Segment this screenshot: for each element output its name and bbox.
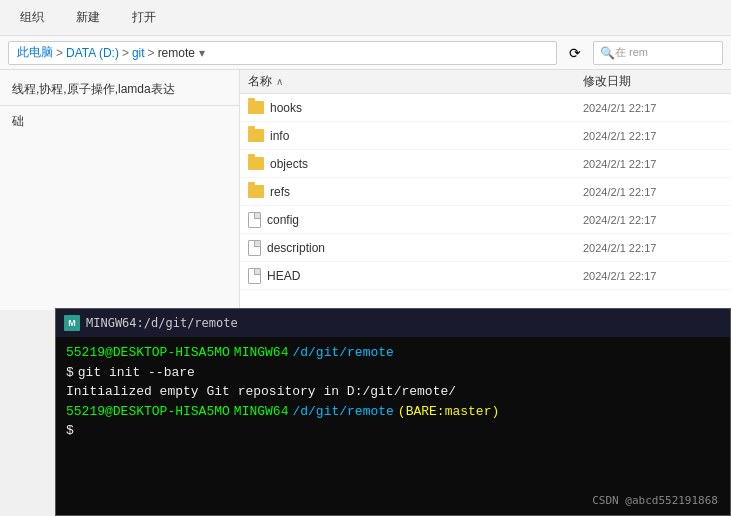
search-placeholder: 在 rem	[615, 45, 648, 60]
open-button[interactable]: 打开	[120, 5, 168, 30]
term-shell-2: MINGW64	[234, 402, 289, 422]
breadcrumb-computer[interactable]: 此电脑	[17, 44, 53, 61]
explorer-window: 组织 新建 打开 此电脑 > DATA (D:) > git > remote …	[0, 0, 731, 310]
term-output-1: Initialized empty Git repository in D:/g…	[66, 382, 456, 402]
file-name: description	[267, 241, 325, 255]
sidebar-divider	[0, 105, 239, 106]
col-date-header[interactable]: 修改日期	[583, 73, 723, 90]
term-path-2: /d/git/remote	[292, 402, 393, 422]
col-name-label: 名称	[248, 73, 272, 90]
term-prompt-2: $	[66, 421, 74, 441]
term-path-1: /d/git/remote	[292, 343, 393, 363]
table-row[interactable]: config2024/2/1 22:17	[240, 206, 731, 234]
term-line-5: $	[66, 421, 720, 441]
term-line-4: 55219@DESKTOP-HISA5MO MINGW64 /d/git/rem…	[66, 402, 720, 422]
sidebar: 线程,协程,原子操作,lamda表达 础	[0, 70, 240, 310]
file-date: 2024/2/1 22:17	[583, 102, 723, 114]
term-shell-1: MINGW64	[234, 343, 289, 363]
file-name: objects	[270, 157, 308, 171]
table-row[interactable]: objects2024/2/1 22:17	[240, 150, 731, 178]
term-cmd-1: git init --bare	[78, 363, 195, 383]
toolbar: 组织 新建 打开	[0, 0, 731, 36]
breadcrumb-sep-2: >	[122, 46, 129, 60]
address-bar: 此电脑 > DATA (D:) > git > remote ▾ ⟳ 🔍 在 r…	[0, 36, 731, 70]
folder-icon	[248, 185, 264, 198]
file-name: refs	[270, 185, 290, 199]
explorer-content: 线程,协程,原子操作,lamda表达 础 名称 ∧ 修改日期 hooks2024…	[0, 70, 731, 310]
term-watermark: CSDN @abcd552191868	[592, 494, 718, 507]
refresh-button[interactable]: ⟳	[563, 41, 587, 65]
col-date-label: 修改日期	[583, 74, 631, 88]
file-item-name: objects	[248, 157, 583, 171]
file-item-name: HEAD	[248, 268, 583, 284]
term-user-2: 55219@DESKTOP-HISA5MO	[66, 402, 230, 422]
new-button[interactable]: 新建	[64, 5, 112, 30]
terminal-titlebar: M MINGW64:/d/git/remote	[56, 309, 730, 337]
file-item-name: config	[248, 212, 583, 228]
term-line-3: Initialized empty Git repository in D:/g…	[66, 382, 720, 402]
table-row[interactable]: info2024/2/1 22:17	[240, 122, 731, 150]
file-name: info	[270, 129, 289, 143]
term-line-1: 55219@DESKTOP-HISA5MO MINGW64 /d/git/rem…	[66, 343, 720, 363]
table-row[interactable]: description2024/2/1 22:17	[240, 234, 731, 262]
table-row[interactable]: refs2024/2/1 22:17	[240, 178, 731, 206]
file-name: config	[267, 213, 299, 227]
term-prompt-1: $	[66, 363, 74, 383]
folder-icon	[248, 101, 264, 114]
breadcrumb-dropdown-icon[interactable]: ▾	[199, 46, 205, 60]
file-icon	[248, 268, 261, 284]
file-icon	[248, 212, 261, 228]
file-date: 2024/2/1 22:17	[583, 130, 723, 142]
file-date: 2024/2/1 22:17	[583, 158, 723, 170]
file-item-name: description	[248, 240, 583, 256]
file-item-name: refs	[248, 185, 583, 199]
term-user-1: 55219@DESKTOP-HISA5MO	[66, 343, 230, 363]
search-icon: 🔍	[600, 46, 615, 60]
breadcrumb[interactable]: 此电脑 > DATA (D:) > git > remote ▾	[8, 41, 557, 65]
terminal-icon-label: M	[68, 318, 76, 328]
file-date: 2024/2/1 22:17	[583, 242, 723, 254]
breadcrumb-sep-3: >	[148, 46, 155, 60]
file-date: 2024/2/1 22:17	[583, 186, 723, 198]
organize-button[interactable]: 组织	[8, 5, 56, 30]
file-name: HEAD	[267, 269, 300, 283]
breadcrumb-git[interactable]: git	[132, 46, 145, 60]
breadcrumb-drive[interactable]: DATA (D:)	[66, 46, 119, 60]
folder-icon	[248, 129, 264, 142]
sort-arrow-icon: ∧	[276, 76, 283, 87]
file-list-container: 名称 ∧ 修改日期 hooks2024/2/1 22:17info2024/2/…	[240, 70, 731, 310]
file-icon	[248, 240, 261, 256]
terminal-window: M MINGW64:/d/git/remote 55219@DESKTOP-HI…	[55, 308, 731, 516]
file-item-name: hooks	[248, 101, 583, 115]
term-line-2: $ git init --bare	[66, 363, 720, 383]
table-row[interactable]: HEAD2024/2/1 22:17	[240, 262, 731, 290]
file-date: 2024/2/1 22:17	[583, 270, 723, 282]
search-box[interactable]: 🔍 在 rem	[593, 41, 723, 65]
breadcrumb-current: remote	[158, 46, 195, 60]
sidebar-item-base[interactable]: 础	[0, 110, 239, 133]
file-date: 2024/2/1 22:17	[583, 214, 723, 226]
breadcrumb-sep-1: >	[56, 46, 63, 60]
file-item-name: info	[248, 129, 583, 143]
col-name-header[interactable]: 名称 ∧	[248, 73, 583, 90]
sidebar-item-thread[interactable]: 线程,协程,原子操作,lamda表达	[0, 78, 239, 101]
file-list-header: 名称 ∧ 修改日期	[240, 70, 731, 94]
terminal-icon: M	[64, 315, 80, 331]
table-row[interactable]: hooks2024/2/1 22:17	[240, 94, 731, 122]
terminal-title: MINGW64:/d/git/remote	[86, 316, 238, 330]
term-branch-1: (BARE:master)	[398, 402, 499, 422]
file-name: hooks	[270, 101, 302, 115]
terminal-body[interactable]: 55219@DESKTOP-HISA5MO MINGW64 /d/git/rem…	[56, 337, 730, 515]
file-items-container: hooks2024/2/1 22:17info2024/2/1 22:17obj…	[240, 94, 731, 290]
folder-icon	[248, 157, 264, 170]
